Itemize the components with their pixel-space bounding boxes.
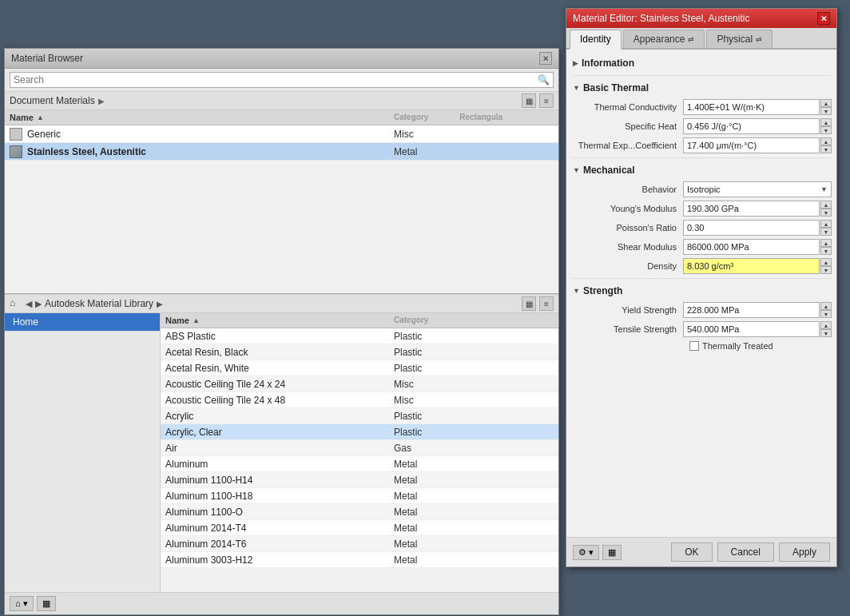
list-view-button[interactable]: ≡ — [539, 93, 554, 108]
density-value[interactable]: 8.030 g/cm³ — [683, 258, 820, 274]
library-row[interactable]: Acetal Resin, Black Plastic — [161, 344, 558, 360]
spinner-up[interactable]: ▲ — [820, 220, 832, 228]
information-section-header[interactable]: Information — [571, 54, 832, 72]
library-row[interactable]: Acoustic Ceiling Tile 24 x 24 Misc — [161, 376, 558, 392]
spinner-down[interactable]: ▼ — [820, 107, 832, 115]
back-icon[interactable]: ◀ — [26, 299, 32, 309]
thermal-exp-spinner[interactable]: ▲ ▼ — [820, 137, 832, 153]
mechanical-header[interactable]: Mechanical — [571, 161, 832, 179]
spinner-down[interactable]: ▼ — [820, 126, 832, 134]
tab-identity[interactable]: Identity — [570, 30, 622, 50]
lib-category-header: Category — [394, 316, 554, 325]
sidebar-item-home[interactable]: Home — [5, 313, 160, 332]
youngs-modulus-spinner[interactable]: ▲ ▼ — [820, 201, 832, 217]
spinner-up[interactable]: ▲ — [820, 321, 832, 329]
spinner-down[interactable]: ▼ — [820, 266, 832, 274]
library-row[interactable]: Acrylic, Clear Plastic — [161, 424, 558, 440]
thermal-exp-value[interactable]: 17.400 μm/(m·°C) — [683, 137, 820, 153]
library-row[interactable]: Acetal Resin, White Plastic — [161, 360, 558, 376]
row-name: Stainless Steel, Austenitic — [27, 146, 394, 157]
tab-appearance[interactable]: Appearance ⇄ — [623, 30, 705, 48]
thermal-exp-label: Thermal Exp...Coefficient — [571, 141, 683, 150]
library-row[interactable]: Aluminum 1100-O Metal — [161, 504, 558, 520]
browser-close-button[interactable]: ✕ — [539, 52, 552, 65]
poissons-ratio-spinner[interactable]: ▲ ▼ — [820, 220, 832, 236]
lib-name-header: Name ▲ — [165, 316, 394, 325]
table-header: Name ▲ Category Rectangula — [5, 110, 558, 125]
spinner-up[interactable]: ▲ — [820, 137, 832, 145]
library-row[interactable]: Acrylic Plastic — [161, 408, 558, 424]
forward-icon[interactable]: ▶ — [35, 299, 42, 309]
doc-materials-bar: Document Materials ▶ ▦ ≡ — [5, 92, 558, 110]
spinner-up[interactable]: ▲ — [820, 99, 832, 107]
grid-view-button[interactable]: ▦ — [522, 93, 536, 108]
lib-row-category: Metal — [394, 523, 554, 534]
density-spinner[interactable]: ▲ ▼ — [820, 258, 832, 274]
strength-header[interactable]: Strength — [571, 282, 832, 300]
specific-heat-row: Specific Heat 0.456 J/(g·°C) ▲ ▼ — [571, 117, 832, 135]
library-list-button[interactable]: ≡ — [539, 296, 554, 311]
library-row[interactable]: Air Gas — [161, 440, 558, 456]
lib-row-name: Air — [165, 443, 394, 454]
youngs-modulus-value[interactable]: 190.300 GPa — [683, 201, 820, 217]
spinner-up[interactable]: ▲ — [820, 201, 832, 209]
thermal-conductivity-value[interactable]: 1.400E+01 W/(m·K) — [683, 99, 820, 115]
tab-physical[interactable]: Physical ⇄ — [706, 30, 773, 48]
appearance-tab-arrows: ⇄ — [688, 35, 694, 43]
search-icon: 🔍 — [538, 74, 550, 85]
delete-material-button[interactable]: ▦ — [37, 596, 56, 611]
search-input[interactable] — [14, 74, 538, 85]
shear-modulus-spinner[interactable]: ▲ ▼ — [820, 239, 832, 255]
spinner-down[interactable]: ▼ — [820, 228, 832, 236]
cancel-button[interactable]: Cancel — [717, 542, 774, 562]
settings-button[interactable]: ⚙ ▾ — [573, 545, 599, 560]
specific-heat-value[interactable]: 0.456 J/(g·°C) — [683, 118, 820, 134]
library-row[interactable]: Acoustic Ceiling Tile 24 x 48 Misc — [161, 392, 558, 408]
library-row[interactable]: Aluminum 1100-H14 Metal — [161, 472, 558, 488]
basic-thermal-header[interactable]: Basic Thermal — [571, 79, 832, 97]
yield-strength-spinner[interactable]: ▲ ▼ — [820, 302, 832, 318]
library-row[interactable]: Aluminum Metal — [161, 456, 558, 472]
thermal-conductivity-spinner[interactable]: ▲ ▼ — [820, 99, 832, 115]
ok-button[interactable]: OK — [671, 542, 712, 562]
shear-modulus-value[interactable]: 86000.000 MPa — [683, 239, 820, 255]
spinner-down[interactable]: ▼ — [820, 145, 832, 153]
spinner-down[interactable]: ▼ — [820, 247, 832, 255]
library-row[interactable]: Aluminum 3003-H12 Metal — [161, 552, 558, 568]
spinner-down[interactable]: ▼ — [820, 329, 832, 337]
sort-arrow-icon: ▲ — [37, 113, 44, 121]
thermally-treated-checkbox[interactable] — [689, 341, 699, 351]
lib-row-name: Aluminum 3003-H12 — [165, 554, 394, 566]
yield-strength-value[interactable]: 228.000 MPa — [683, 302, 820, 318]
table-button[interactable]: ▦ — [602, 545, 622, 560]
row-icon — [10, 128, 22, 141]
behavior-select[interactable]: Isotropic ▼ — [683, 181, 832, 197]
doc-material-row[interactable]: Generic Misc — [5, 125, 558, 143]
spinner-up[interactable]: ▲ — [820, 118, 832, 126]
library-row[interactable]: Aluminum 1100-H18 Metal — [161, 488, 558, 504]
library-grid-button[interactable]: ▦ — [522, 296, 536, 311]
toolbar-icons: ▦ ≡ — [522, 93, 554, 108]
tabs-bar: Identity Appearance ⇄ Physical ⇄ — [566, 28, 836, 50]
home-icon[interactable]: ⌂ — [10, 297, 22, 310]
doc-material-row[interactable]: Stainless Steel, Austenitic Metal — [5, 143, 558, 161]
add-material-button[interactable]: ⌂ ▾ — [10, 596, 34, 611]
apply-button[interactable]: Apply — [779, 542, 830, 562]
search-wrapper: 🔍 — [10, 72, 554, 88]
spinner-down[interactable]: ▼ — [820, 209, 832, 217]
poissons-ratio-value[interactable]: 0.30 — [683, 220, 820, 236]
tensile-strength-value[interactable]: 540.000 MPa — [683, 321, 820, 337]
spinner-up[interactable]: ▲ — [820, 258, 832, 266]
library-row[interactable]: Aluminum 2014-T6 Metal — [161, 536, 558, 552]
lib-row-name: Aluminum 1100-H18 — [165, 491, 394, 502]
library-row[interactable]: ABS Plastic Plastic — [161, 328, 558, 344]
spinner-down[interactable]: ▼ — [820, 310, 832, 318]
spinner-up[interactable]: ▲ — [820, 239, 832, 247]
library-row[interactable]: Aluminum 2014-T4 Metal — [161, 520, 558, 536]
editor-close-button[interactable]: ✕ — [817, 12, 830, 25]
basic-thermal-section: Basic Thermal Thermal Conductivity 1.400… — [571, 75, 832, 154]
spinner-up[interactable]: ▲ — [820, 302, 832, 310]
browser-title: Material Browser — [11, 53, 83, 64]
specific-heat-spinner[interactable]: ▲ ▼ — [820, 118, 832, 134]
tensile-strength-spinner[interactable]: ▲ ▼ — [820, 321, 832, 337]
